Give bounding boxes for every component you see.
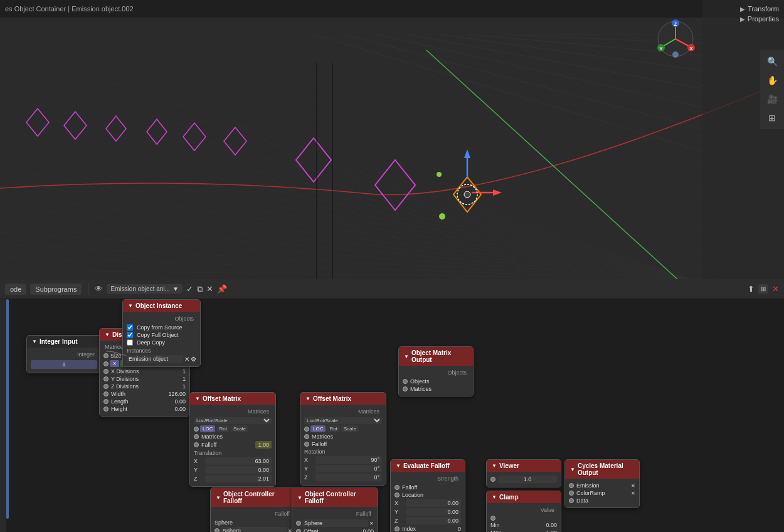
om1-y-field[interactable]: 0.00: [205, 466, 272, 474]
ef-socket-index: [395, 526, 400, 531]
viewer-value-field[interactable]: 1.0: [498, 476, 557, 483]
cmo-colorramp-remove-icon[interactable]: ✕: [631, 491, 635, 496]
om2-y-field[interactable]: 0°: [315, 465, 382, 472]
close-node-editor-icon[interactable]: ✕: [772, 284, 779, 294]
node-cmo-collapse-icon[interactable]: ▼: [570, 467, 575, 472]
om1-falloff-val: 1.00: [255, 441, 272, 449]
copy-full-checkbox[interactable]: [127, 332, 133, 338]
om2-rot-btn[interactable]: Rot: [327, 425, 339, 432]
svg-point-62: [439, 213, 445, 220]
node-editor[interactable]: ode Subprograms 👁 Emission object ani...…: [0, 279, 784, 532]
omo-objects-in-label: Objects: [410, 378, 469, 385]
mode-dropdown[interactable]: Emission object ani... ▼: [107, 284, 182, 294]
oi-emission-field[interactable]: Emission object: [127, 355, 183, 363]
ocf2-sphere-x-icon[interactable]: ✕: [369, 521, 374, 526]
view-options[interactable]: ⊞: [758, 284, 768, 294]
distribute-socket-height: [103, 407, 109, 412]
node-obj-ctrl-falloff-1[interactable]: ▼ Object Controller Falloff Falloff Sphe…: [210, 487, 297, 532]
x-icon[interactable]: ✕: [206, 284, 213, 294]
om1-type-select[interactable]: Loc/Rot/Scale: [194, 417, 272, 424]
cmo-emission-remove-icon[interactable]: ✕: [631, 483, 635, 489]
ef-z-field[interactable]: 0.00: [406, 517, 461, 524]
ocf1-socket-sphere: [215, 528, 220, 532]
node-oi-collapse-icon[interactable]: ▼: [128, 303, 133, 309]
om1-lrs-row: LOC Rot Scale: [194, 425, 272, 432]
svg-text:X: X: [689, 46, 693, 51]
properties-arrow-icon: ▶: [740, 16, 745, 23]
om2-type-select[interactable]: Loc/Rot/Scale: [304, 417, 382, 424]
om2-z-field[interactable]: 0°: [315, 474, 382, 481]
clamp-socket-row: [490, 516, 557, 521]
om1-scale-btn[interactable]: Scale: [231, 425, 248, 432]
hand-icon[interactable]: ✋: [762, 72, 782, 89]
copy-icon[interactable]: ⧉: [197, 284, 203, 294]
shield-icon[interactable]: ✓: [186, 284, 193, 294]
node-ocf1-collapse-icon[interactable]: ▼: [216, 495, 221, 501]
upload-icon[interactable]: ⬆: [748, 284, 755, 294]
ocf1-sphere-field[interactable]: Sphere: [221, 527, 287, 532]
node-offset-matrix-2[interactable]: ▼ Offset Matrix Matrices Loc/Rot/Scale L…: [300, 392, 386, 486]
node-integer-input-body: Integer 8: [27, 348, 101, 373]
oi-edit-icon[interactable]: ⚙: [191, 356, 196, 363]
node-obj-ctrl-falloff-2[interactable]: ▼ Object Controller Falloff Falloff Sphe…: [292, 487, 378, 532]
node-om1-collapse-icon[interactable]: ▼: [195, 396, 200, 402]
om2-loc-btn[interactable]: LOC: [310, 425, 326, 432]
right-panel: ▶ Transform ▶ Properties: [702, 0, 784, 279]
node-om1-body: Matrices Loc/Rot/Scale LOC Rot Scale Mat…: [190, 405, 275, 486]
distribute-socket-ydiv: [103, 376, 109, 381]
node-ef-collapse-icon[interactable]: ▼: [396, 463, 401, 469]
node-clamp-header: ▼ Clamp: [487, 491, 561, 503]
camera-icon[interactable]: 🎥: [762, 90, 782, 108]
transform-panel-item[interactable]: ▶ Transform: [740, 5, 779, 13]
node-omo-collapse-icon[interactable]: ▼: [404, 354, 409, 359]
om1-loc-btn[interactable]: LOC: [200, 425, 215, 432]
node-viewer-collapse-icon[interactable]: ▼: [492, 463, 497, 469]
oi-remove-icon[interactable]: ✕: [184, 356, 189, 363]
node-dist-collapse-icon[interactable]: ▼: [105, 332, 110, 338]
ef-index-label: Index: [402, 526, 455, 532]
node-offset-matrix-1[interactable]: ▼ Offset Matrix Matrices Loc/Rot/Scale L…: [189, 392, 276, 487]
x-button[interactable]: X: [110, 360, 119, 367]
ef-x-field[interactable]: 0.00: [406, 499, 461, 507]
zoom-icon[interactable]: 🔍: [762, 53, 782, 70]
node-collapse-icon[interactable]: ▼: [32, 339, 37, 344]
node-object-instance[interactable]: ▼ Object Instance Objects Copy from Sour…: [122, 299, 201, 367]
pin-icon[interactable]: 📌: [217, 284, 227, 294]
deep-copy-checkbox[interactable]: [127, 339, 133, 346]
viewport-title: es Object Container | Emission object.00…: [5, 5, 134, 13]
integer-value-field[interactable]: 8: [31, 360, 97, 369]
node-viewer[interactable]: ▼ Viewer 1.0: [486, 459, 561, 487]
subprograms-button[interactable]: Subprograms: [30, 284, 82, 295]
node-object-matrix-output[interactable]: ▼ Object Matrix Output Objects Objects M…: [398, 346, 474, 396]
ocf1-falloff-label: Falloff: [215, 509, 292, 518]
om1-z-field[interactable]: 2.01: [205, 475, 272, 482]
node-canvas[interactable]: ▼ Integer Input Integer 8 ▼ Distribute M…: [0, 299, 784, 532]
3d-viewport[interactable]: es Object Container | Emission object.00…: [0, 0, 784, 279]
node-ocf2-collapse-icon[interactable]: ▼: [297, 495, 302, 501]
ocf2-sphere-field[interactable]: Sphere: [302, 519, 368, 527]
properties-panel-item[interactable]: ▶ Properties: [740, 15, 779, 23]
grid-icon[interactable]: ⊞: [762, 109, 782, 127]
om2-x-field[interactable]: 90°: [315, 456, 382, 464]
node-cycles-material-output[interactable]: ▼ Cycles Material Output Emission ✕ Colo…: [564, 459, 640, 508]
omo-objects-row: Objects: [403, 378, 469, 385]
ef-y-field[interactable]: 0.00: [406, 508, 461, 516]
node-clamp[interactable]: ▼ Clamp Value Min 0.00 Max 1.00: [486, 491, 561, 532]
toolbar-eye-icon[interactable]: 👁: [95, 284, 103, 294]
node-om2-collapse-icon[interactable]: ▼: [305, 396, 310, 402]
om1-rot-btn[interactable]: Rot: [216, 425, 229, 432]
mode-button[interactable]: ode: [5, 284, 26, 295]
cmo-colorramp-label: ColorRamp: [576, 490, 628, 496]
width-val: 126.00: [168, 391, 186, 397]
distribute-socket-xdiv: [103, 369, 109, 374]
node-clamp-collapse-icon[interactable]: ▼: [492, 494, 497, 500]
copy-source-checkbox[interactable]: [127, 324, 133, 331]
om2-scale-btn[interactable]: Scale: [341, 425, 359, 432]
om1-y-label: Y: [194, 467, 203, 473]
om1-x-field[interactable]: 63.00: [205, 457, 272, 465]
node-evaluate-falloff[interactable]: ▼ Evaluate Falloff Strength Falloff Loca…: [390, 459, 465, 532]
node-object-instance-body: Objects Copy from Source Copy Full Objec…: [123, 312, 200, 366]
om2-z-label: Z: [304, 474, 313, 481]
axis-gizmo[interactable]: Z X Y: [655, 19, 696, 60]
node-integer-input[interactable]: ▼ Integer Input Integer 8: [26, 335, 102, 373]
